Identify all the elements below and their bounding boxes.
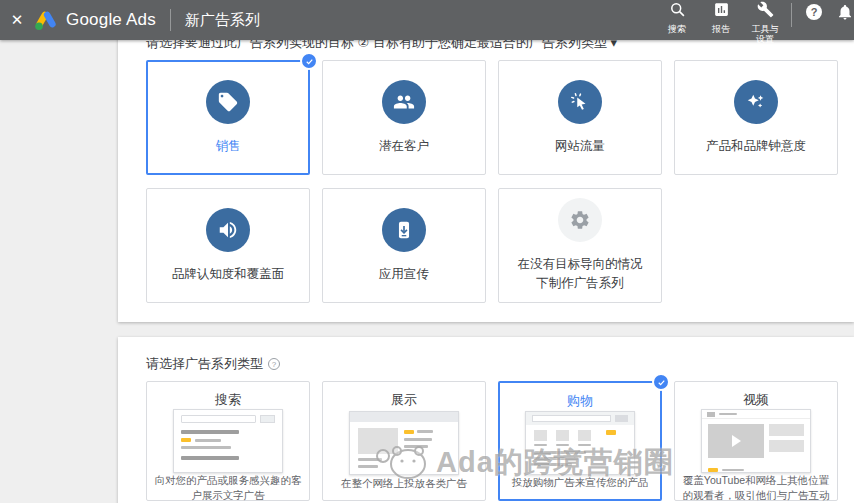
goal-card-sales[interactable]: 销售 <box>146 60 310 175</box>
brand-name: Google Ads <box>66 10 156 30</box>
goal-card-label: 销售 <box>202 137 255 156</box>
brand: Google Ads <box>34 9 156 31</box>
campaign-type-title: 请选择广告系列类型 <box>146 355 263 373</box>
shopping-results-thumbnail <box>525 410 635 475</box>
display-web-thumbnail <box>349 409 459 476</box>
goal-card-leads[interactable]: 潜在客户 <box>322 60 486 175</box>
campaign-type-title-row: 请选择广告系列类型 ? <box>118 337 854 373</box>
divider <box>170 9 171 31</box>
goal-card-website-traffic[interactable]: 网站流量 <box>498 60 662 175</box>
reports-icon <box>713 1 730 22</box>
app-phone-icon <box>382 208 426 252</box>
bell-icon[interactable] <box>836 3 854 25</box>
type-card-description: 向对您的产品或服务感兴趣的客户展示文字广告 <box>147 473 309 502</box>
type-card-video[interactable]: 视频 覆盖YouTube和网络上其他位置的观看者，吸引他们与广告互动 <box>674 381 838 501</box>
goal-card-label: 产品和品牌钟意度 <box>692 137 820 156</box>
type-card-display[interactable]: 展示 <box>322 381 486 501</box>
cursor-click-icon <box>558 80 602 124</box>
app-bar: ✕ Google Ads 新广告系列 搜索 报告 <box>0 0 854 40</box>
goal-card-product-brand-consideration[interactable]: 产品和品牌钟意度 <box>674 60 838 175</box>
help-icon[interactable]: ? <box>268 358 280 370</box>
close-icon[interactable]: ✕ <box>0 11 34 29</box>
type-card-title: 视频 <box>743 391 769 409</box>
goal-card-brand-awareness-reach[interactable]: 品牌认知度和覆盖面 <box>146 188 310 303</box>
type-card-shopping[interactable]: 购物 <box>498 381 662 501</box>
type-card-title: 展示 <box>391 391 417 409</box>
goal-card-label: 潜在客户 <box>365 137 443 156</box>
campaign-type-panel: 请选择广告系列类型 ? 搜索 向对您的产品或服务感兴趣的客户展示文字广告 展示 <box>118 337 854 503</box>
tools-settings-label: 工具与设置 <box>748 24 782 45</box>
goal-card-no-goal-guidance[interactable]: 在没有目标导向的情况下制作广告系列 <box>498 188 662 303</box>
tag-icon <box>206 80 250 124</box>
reports-label: 报告 <box>704 24 738 34</box>
type-card-title: 搜索 <box>215 391 241 409</box>
goal-card-label: 品牌认知度和覆盖面 <box>158 265 299 284</box>
video-player-thumbnail <box>701 409 811 473</box>
goal-selection-panel: 请选择要通过此广告系列实现的目标 ② 目标有助于您确定最适合的广告系列类型 ▾ … <box>118 28 854 322</box>
sparkles-icon <box>734 80 778 124</box>
selected-check-icon <box>652 373 670 391</box>
page-title: 新广告系列 <box>185 11 260 30</box>
selected-check-icon <box>300 52 318 70</box>
type-card-search[interactable]: 搜索 向对您的产品或服务感兴趣的客户展示文字广告 <box>146 381 310 501</box>
divider <box>791 3 792 27</box>
type-card-description: 在整个网络上投放各类广告 <box>334 476 474 491</box>
google-ads-logo-icon <box>34 9 58 31</box>
goal-card-app-promotion[interactable]: 应用宣传 <box>322 188 486 303</box>
speaker-icon <box>206 208 250 252</box>
app-bar-actions: 搜索 报告 工具与设置 ? <box>655 0 854 44</box>
search-icon <box>669 1 686 22</box>
goal-card-label: 在没有目标导向的情况下制作广告系列 <box>499 255 661 293</box>
goal-card-grid: 销售 潜在客户 网站流量 <box>146 60 854 303</box>
people-icon <box>382 80 426 124</box>
search-serp-thumbnail <box>173 409 283 473</box>
tools-icon <box>757 1 774 22</box>
gear-icon <box>558 198 602 242</box>
search-button[interactable]: 搜索 <box>655 1 699 34</box>
type-card-title: 购物 <box>567 392 593 410</box>
type-card-description: 投放购物广告来宣传您的产品 <box>505 475 656 490</box>
goal-card-label: 网站流量 <box>541 137 619 156</box>
type-card-description: 覆盖YouTube和网络上其他位置的观看者，吸引他们与广告互动 <box>675 473 837 502</box>
tools-settings-button[interactable]: 工具与设置 <box>743 1 787 45</box>
search-label: 搜索 <box>660 24 694 34</box>
reports-button[interactable]: 报告 <box>699 1 743 34</box>
campaign-type-grid: 搜索 向对您的产品或服务感兴趣的客户展示文字广告 展示 <box>146 381 854 501</box>
goal-card-label: 应用宣传 <box>365 265 443 284</box>
help-icon[interactable]: ? <box>806 4 822 20</box>
